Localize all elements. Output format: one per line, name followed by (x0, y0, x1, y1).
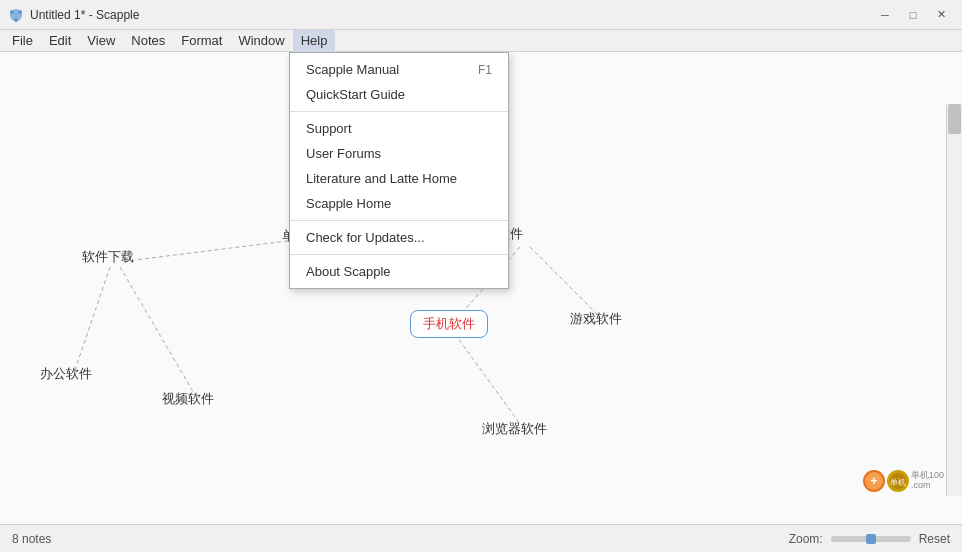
svg-point-2 (18, 10, 22, 14)
window-controls: ─ □ ✕ (872, 5, 954, 25)
app-icon (8, 7, 24, 23)
reset-label[interactable]: Reset (919, 532, 950, 546)
menu-item-about-label: About Scapple (306, 264, 391, 279)
svg-point-3 (14, 18, 18, 22)
help-menu: Scapple Manual F1 QuickStart Guide Suppo… (289, 52, 509, 289)
menu-item-support[interactable]: Support (290, 116, 508, 141)
menu-item-forums[interactable]: User Forums (290, 141, 508, 166)
menu-item-updates[interactable]: Check for Updates... (290, 225, 508, 250)
svg-line-4 (135, 240, 295, 260)
svg-point-1 (10, 10, 14, 14)
menu-bar: File Edit View Notes Format Window Help (0, 30, 962, 52)
status-bar: 8 notes Zoom: Reset (0, 524, 962, 552)
title-bar-left: Untitled 1* - Scapple (8, 7, 139, 23)
svg-line-7 (120, 267, 195, 395)
watermark: + 单机 单机100 .com (863, 470, 944, 492)
menu-format[interactable]: Format (173, 30, 230, 52)
menu-item-scapplehome-label: Scapple Home (306, 196, 391, 211)
svg-line-6 (75, 267, 110, 370)
menu-item-latte[interactable]: Literature and Latte Home (290, 166, 508, 191)
svg-text:单机: 单机 (890, 478, 906, 487)
node-手机软件[interactable]: 手机软件 (410, 310, 488, 338)
menu-window[interactable]: Window (230, 30, 292, 52)
vertical-scrollbar[interactable] (946, 104, 962, 496)
menu-item-manual-label: Scapple Manual (306, 62, 399, 77)
node-游戏软件[interactable]: 游戏软件 (570, 310, 622, 328)
scrollbar-thumb[interactable] (948, 104, 961, 134)
separator-3 (290, 254, 508, 255)
zoom-label: Zoom: (789, 532, 823, 546)
close-button[interactable]: ✕ (928, 5, 954, 25)
menu-item-scapplehome[interactable]: Scapple Home (290, 191, 508, 216)
menu-item-forums-label: User Forums (306, 146, 381, 161)
menu-item-manual-shortcut: F1 (478, 63, 492, 77)
zoom-controls: Zoom: Reset (789, 532, 950, 546)
dropdown-overlay: Scapple Manual F1 QuickStart Guide Suppo… (0, 52, 962, 524)
menu-item-quickstart-label: QuickStart Guide (306, 87, 405, 102)
minimize-button[interactable]: ─ (872, 5, 898, 25)
node-办公软件[interactable]: 办公软件 (40, 365, 92, 383)
watermark-icon1: + (863, 470, 885, 492)
watermark-icon2: 单机 (887, 470, 909, 492)
menu-view[interactable]: View (79, 30, 123, 52)
separator-1 (290, 111, 508, 112)
watermark-text: 单机100 .com (911, 471, 944, 491)
menu-edit[interactable]: Edit (41, 30, 79, 52)
menu-item-support-label: Support (306, 121, 352, 136)
separator-2 (290, 220, 508, 221)
menu-item-manual[interactable]: Scapple Manual F1 (290, 57, 508, 82)
svg-line-10 (455, 334, 520, 424)
zoom-slider[interactable] (831, 536, 911, 542)
menu-item-latte-label: Literature and Latte Home (306, 171, 457, 186)
canvas-area: 单机 软件下载 软件 手机软件 游戏软件 办公软件 视频软件 浏览器软件 + 单… (0, 52, 962, 524)
zoom-thumb[interactable] (866, 534, 876, 544)
menu-help[interactable]: Help (293, 30, 336, 52)
menu-item-updates-label: Check for Updates... (306, 230, 425, 245)
node-视频软件[interactable]: 视频软件 (162, 390, 214, 408)
menu-file[interactable]: File (4, 30, 41, 52)
node-浏览器软件[interactable]: 浏览器软件 (482, 420, 547, 438)
notes-count: 8 notes (12, 532, 51, 546)
title-bar: Untitled 1* - Scapple ─ □ ✕ (0, 0, 962, 30)
node-软件下载[interactable]: 软件下载 (82, 248, 134, 266)
menu-item-quickstart[interactable]: QuickStart Guide (290, 82, 508, 107)
svg-line-9 (530, 247, 598, 315)
menu-notes[interactable]: Notes (123, 30, 173, 52)
maximize-button[interactable]: □ (900, 5, 926, 25)
window-title: Untitled 1* - Scapple (30, 8, 139, 22)
menu-item-about[interactable]: About Scapple (290, 259, 508, 284)
